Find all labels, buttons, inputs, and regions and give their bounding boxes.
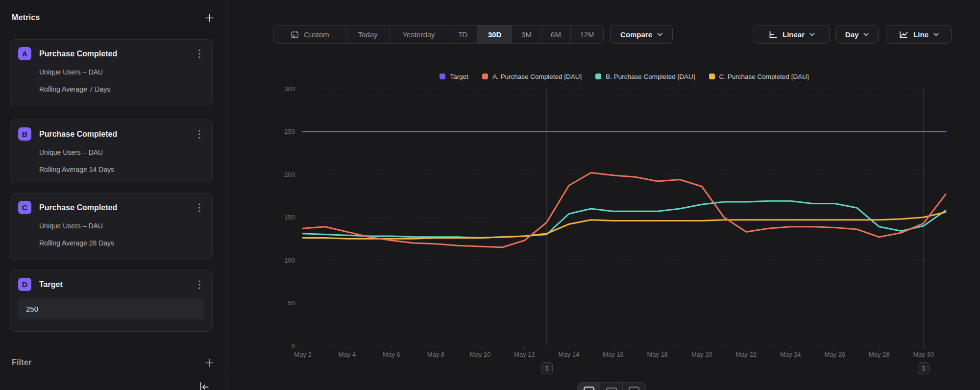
metric-card-a[interactable]: A Purchase Completed Unique Users – DAU … xyxy=(10,39,213,106)
series-line[interactable] xyxy=(303,212,946,239)
card-size-large-button[interactable] xyxy=(578,383,600,390)
metric-card-header: C Purchase Completed xyxy=(10,194,212,214)
metrics-section-title: Metrics xyxy=(12,13,40,22)
filter-section: Filter xyxy=(12,356,215,369)
metric-measurement: Unique Users – DAU xyxy=(39,148,212,156)
x-axis-label: May 18 xyxy=(647,351,668,358)
x-axis-label: May 20 xyxy=(691,351,712,358)
metric-measurement: Unique Users – DAU xyxy=(39,222,212,230)
metric-card-header: D Target xyxy=(10,270,212,291)
x-axis-label: May 12 xyxy=(514,351,535,358)
chevron-down-icon xyxy=(863,33,869,36)
card-size-small-button[interactable] xyxy=(623,383,645,390)
range-3m[interactable]: 3M xyxy=(512,25,541,43)
metric-menu-button[interactable] xyxy=(194,202,205,214)
kebab-icon xyxy=(198,49,200,58)
metric-letter-badge: B xyxy=(18,127,31,141)
plus-icon xyxy=(205,358,214,367)
metric-title: Purchase Completed xyxy=(39,130,194,139)
metric-letter-badge: C xyxy=(18,201,31,214)
collapse-left-icon xyxy=(198,381,211,390)
metric-title: Purchase Completed xyxy=(39,203,194,212)
compare-button[interactable]: Compare xyxy=(610,25,673,44)
metric-menu-button[interactable] xyxy=(194,48,205,60)
chart-panel: Custom Today Yesterday 7D 30D 3M 6M 12M … xyxy=(226,0,980,390)
x-axis-label: May 30 xyxy=(913,351,934,358)
metric-letter-badge: A xyxy=(18,47,31,60)
metric-letter-badge: D xyxy=(18,278,31,291)
card-size-toggle xyxy=(577,382,646,390)
x-axis-label: May 24 xyxy=(780,351,801,358)
metric-menu-button[interactable] xyxy=(194,279,205,291)
metrics-sidebar: Metrics A Purchase Completed Unique User… xyxy=(0,0,226,390)
range-today[interactable]: Today xyxy=(346,25,390,43)
metric-measurement: Unique Users – DAU xyxy=(39,68,212,76)
y-axis-label: 0 xyxy=(292,342,295,350)
add-metric-button[interactable] xyxy=(203,12,215,24)
range-label: Custom xyxy=(304,30,329,39)
sidebar-header: Metrics xyxy=(12,11,215,24)
x-axis-label: May 28 xyxy=(869,351,890,358)
metric-card-b[interactable]: B Purchase Completed Unique Users – DAU … xyxy=(10,120,213,183)
x-axis-label: May 26 xyxy=(824,351,845,358)
large-card-icon xyxy=(584,387,594,390)
metric-menu-button[interactable] xyxy=(194,128,205,140)
small-card-icon xyxy=(629,387,639,390)
x-axis-label: May 14 xyxy=(559,351,580,358)
x-axis-label: May 22 xyxy=(735,351,757,358)
chevron-down-icon xyxy=(933,33,939,36)
chart-svg: 050100150200250300May 2May 4May 6May 8Ma… xyxy=(226,64,980,390)
target-card[interactable]: D Target 250 xyxy=(10,270,213,332)
range-custom[interactable]: Custom xyxy=(274,25,346,43)
y-axis-label: 250 xyxy=(284,128,295,135)
scale-button[interactable]: Linear xyxy=(754,25,830,44)
metric-rolling-average: Rolling Average 14 Days xyxy=(39,166,212,173)
y-axis-label: 150 xyxy=(284,214,295,221)
compare-label: Compare xyxy=(620,30,652,39)
x-axis-label: May 2 xyxy=(294,351,311,358)
range-7d[interactable]: 7D xyxy=(448,25,478,43)
chevron-down-icon xyxy=(657,33,662,36)
metric-rolling-average: Rolling Average 7 Days xyxy=(39,85,212,93)
plus-icon xyxy=(205,13,214,23)
chart-type-button[interactable]: Line xyxy=(886,25,952,44)
range-12m[interactable]: 12M xyxy=(571,25,603,43)
date-range-selector: Custom Today Yesterday 7D 30D 3M 6M 12M xyxy=(273,25,604,44)
filter-section-title: Filter xyxy=(12,358,31,367)
card-size-medium-button[interactable] xyxy=(600,383,623,390)
metric-card-header: B Purchase Completed xyxy=(10,120,212,141)
target-value-input[interactable]: 250 xyxy=(18,298,204,319)
collapse-sidebar-button[interactable] xyxy=(197,380,211,390)
interval-label: Day xyxy=(845,30,859,39)
annotation-badge[interactable]: 1 xyxy=(918,362,930,374)
range-yesterday[interactable]: Yesterday xyxy=(390,25,448,43)
x-axis-label: May 8 xyxy=(427,351,444,358)
y-axis-label: 100 xyxy=(284,257,295,264)
sidebar-divider xyxy=(0,374,226,374)
x-axis-label: May 6 xyxy=(383,351,400,358)
kebab-icon xyxy=(198,280,200,289)
range-6m[interactable]: 6M xyxy=(541,25,571,43)
chevron-down-icon xyxy=(809,33,815,36)
metric-card-c[interactable]: C Purchase Completed Unique Users – DAU … xyxy=(10,193,213,260)
add-filter-button[interactable] xyxy=(203,357,215,368)
line-chart-icon xyxy=(899,30,908,39)
x-axis-label: May 4 xyxy=(339,351,356,358)
chart-type-label: Line xyxy=(913,30,929,39)
metric-rolling-average: Rolling Average 28 Days xyxy=(39,239,212,247)
scale-label: Linear xyxy=(783,30,805,39)
target-title: Target xyxy=(39,280,194,289)
interval-button[interactable]: Day xyxy=(835,25,879,44)
linear-axis-icon xyxy=(768,30,778,39)
kebab-icon xyxy=(198,130,200,139)
kebab-icon xyxy=(198,203,200,212)
metric-title: Purchase Completed xyxy=(39,49,194,58)
metrics-dashboard: Metrics A Purchase Completed Unique User… xyxy=(0,0,980,390)
y-axis-label: 50 xyxy=(288,299,295,307)
y-axis-label: 200 xyxy=(284,171,295,178)
x-axis-label: May 10 xyxy=(470,351,491,358)
medium-card-icon xyxy=(606,388,617,390)
x-axis-label: May 16 xyxy=(603,351,624,358)
range-30d[interactable]: 30D xyxy=(478,25,512,43)
annotation-badge[interactable]: 1 xyxy=(541,362,553,374)
